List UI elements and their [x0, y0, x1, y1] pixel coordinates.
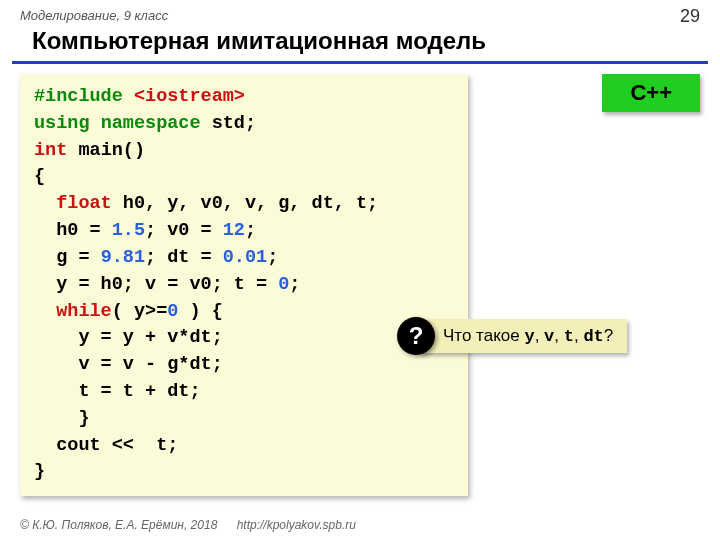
code-line: float h0, y, v0, v, g, dt, t; — [34, 191, 454, 218]
subject-label: Моделирование, 9 класс — [0, 0, 720, 23]
content-area: C++ #include <iostream> using namespace … — [0, 74, 720, 496]
footer: © К.Ю. Поляков, Е.А. Ерёмин, 2018 http:/… — [20, 518, 356, 532]
code-line: { — [34, 164, 454, 191]
code-line: int main() — [34, 138, 454, 165]
code-line: v = v - g*dt; — [34, 352, 454, 379]
code-line: y = y + v*dt; — [34, 325, 454, 352]
copyright: © К.Ю. Поляков, Е.А. Ерёмин, 2018 — [20, 518, 217, 532]
question-mark-icon: ? — [397, 317, 435, 355]
code-block: #include <iostream> using namespace std;… — [20, 74, 468, 496]
code-line: t = t + dt; — [34, 379, 454, 406]
code-line: g = 9.81; dt = 0.01; — [34, 245, 454, 272]
page-title: Компьютерная имитационная модель — [12, 23, 708, 64]
code-line: h0 = 1.5; v0 = 12; — [34, 218, 454, 245]
code-line: cout << t; — [34, 433, 454, 460]
code-line: } — [34, 406, 454, 433]
code-line: using namespace std; — [34, 111, 454, 138]
footer-url: http://kpolyakov.spb.ru — [237, 518, 356, 532]
page-number: 29 — [680, 6, 700, 27]
language-badge: C++ — [602, 74, 700, 112]
code-line: } — [34, 459, 454, 486]
code-line: #include <iostream> — [34, 84, 454, 111]
question-text: Что такое y, v, t, dt? — [419, 319, 627, 353]
code-line: y = h0; v = v0; t = 0; — [34, 272, 454, 299]
question-callout: ? Что такое y, v, t, dt? — [397, 317, 627, 355]
code-line: while( y>=0 ) { — [34, 299, 454, 326]
